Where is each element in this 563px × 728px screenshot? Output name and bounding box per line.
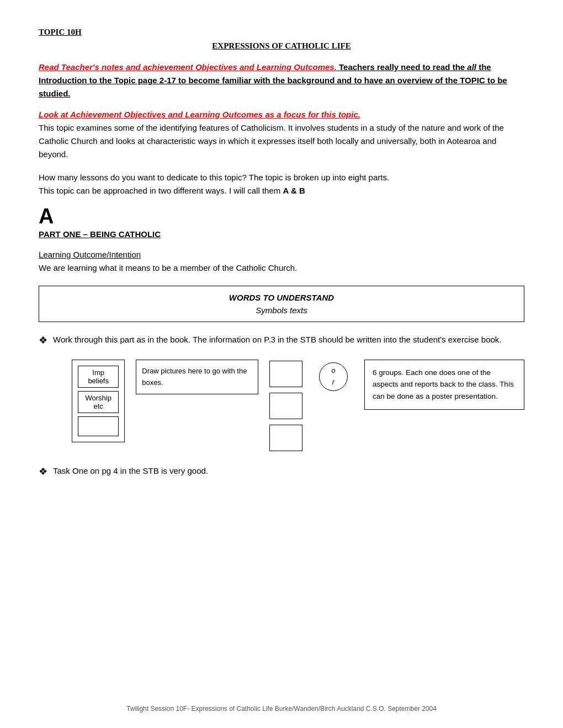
bullet-1: ❖ Work through this part as in the book.… xyxy=(39,333,524,346)
diamond-bullet-2: ❖ xyxy=(39,465,47,478)
circle-r: r xyxy=(332,378,334,386)
circle-container: o r xyxy=(319,360,348,391)
section-a-label: A xyxy=(39,205,524,228)
right-small-boxes xyxy=(269,361,302,451)
small-box-2 xyxy=(269,393,302,419)
intro-red-italic-2: Look at Achievement Objectives and Learn… xyxy=(39,110,360,119)
intro-bold-1: Teachers really need to read the xyxy=(337,62,467,72)
left-column-box: Imp beliefs Worship etc xyxy=(72,360,125,442)
middle-box: Draw pictures here to go with the boxes. xyxy=(136,360,258,395)
info-box: 6 groups. Each one does one of the aspec… xyxy=(364,360,524,410)
words-box-items: Symbols texts xyxy=(50,306,513,315)
words-box: WORDS TO UNDERSTAND Symbols texts xyxy=(39,286,524,322)
bullet-2-text: Task One on pg 4 in the STB is very good… xyxy=(53,464,208,478)
footer-text: Twilight Session 10F- Expressions of Cat… xyxy=(0,705,563,713)
empty-left-box xyxy=(78,416,119,436)
circle-o: o xyxy=(331,366,335,374)
small-box-3 xyxy=(269,425,302,451)
bullet-1-text: Work through this part as in the book. T… xyxy=(53,333,502,346)
intro-paragraph-1: Read Teacher's notes and achievement Obj… xyxy=(39,61,524,100)
approach-bold: A & B xyxy=(283,186,305,195)
intro-all-italic: all xyxy=(467,62,476,72)
diagram-area: Imp beliefs Worship etc Draw pictures he… xyxy=(72,360,524,451)
worship-etc-item: Worship etc xyxy=(78,391,119,413)
learning-outcome-text: We are learning what it means to be a me… xyxy=(39,261,524,275)
approach-text: This topic can be approached in two diff… xyxy=(39,186,283,195)
words-box-title: WORDS TO UNDERSTAND xyxy=(50,293,513,302)
diamond-bullet-1: ❖ xyxy=(39,334,47,346)
intro-paragraph-2: Look at Achievement Objectives and Learn… xyxy=(39,108,524,161)
imp-beliefs-item: Imp beliefs xyxy=(78,366,119,388)
small-box-1 xyxy=(269,361,302,387)
lessons-paragraph: How many lessons do you want to dedicate… xyxy=(39,171,524,197)
intro-body-text: This topic examines some of the identify… xyxy=(39,121,524,161)
subtitle-heading: EXPRESSIONS OF CATHOLIC LIFE xyxy=(39,41,524,51)
bullet-2: ❖ Task One on pg 4 in the STB is very go… xyxy=(39,464,524,478)
topic-heading: TOPIC 10H xyxy=(39,28,524,37)
circle: o r xyxy=(319,362,348,391)
part-one-heading: PART ONE – BEING CATHOLIC xyxy=(39,229,524,239)
intro-red-italic-1: Read Teacher's notes and achievement Obj… xyxy=(39,62,337,72)
learning-outcome-label: Learning Outcome/Intention xyxy=(39,250,524,259)
